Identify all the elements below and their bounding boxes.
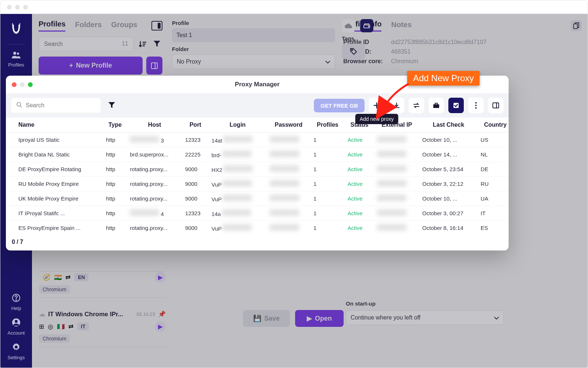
svg-point-5 [15, 320, 18, 323]
save-icon: 💾 [253, 314, 261, 322]
traffic-close[interactable] [7, 5, 12, 10]
cell: Active [345, 206, 374, 221]
svg-rect-19 [493, 103, 499, 108]
traffic-max[interactable] [23, 5, 28, 10]
modal-close[interactable] [12, 82, 17, 87]
startup-select[interactable]: Continue where you left off [346, 310, 504, 325]
proxy-search-input[interactable] [26, 102, 99, 109]
filter-icon[interactable] [105, 99, 118, 112]
cell: DE [478, 162, 509, 177]
tag-input[interactable] [342, 44, 365, 59]
proxy-row[interactable]: Bright Data NL Statichttpbrd.superprox..… [6, 147, 509, 162]
profiles-search-input[interactable] [39, 37, 133, 51]
windows-icon: ⊞ [39, 323, 44, 331]
cell: 1 [311, 191, 345, 206]
cell [374, 133, 419, 147]
cell: 9000 [182, 191, 209, 206]
nav-settings[interactable]: Settings [8, 343, 25, 360]
tab-profiles[interactable]: Profiles [39, 20, 65, 32]
get-free-gb-button[interactable]: GET FREE GB [314, 99, 365, 112]
proxy-row[interactable]: DE ProxyEmpire Rotatinghttprotating.prox… [6, 162, 509, 177]
proxy-row[interactable]: RU Mobile Proxy Empirehttprotating.proxy… [6, 177, 509, 191]
column-header[interactable]: Password [267, 118, 311, 133]
column-header[interactable]: Port [182, 118, 209, 133]
profile-item[interactable]: 🧭 🇮🇳 ⇄ EN ▶ Chromium [39, 271, 166, 298]
tab-groups[interactable]: Groups [111, 21, 137, 31]
profile-label: Profile [172, 20, 335, 26]
add-proxy-button[interactable]: Add new proxy [369, 98, 384, 113]
column-header[interactable]: Type [103, 118, 127, 133]
proxy-row[interactable]: ES ProxyEmpire Spain ...httprotating.pro… [6, 221, 509, 235]
profile-name-field[interactable]: Test 1 [172, 28, 335, 42]
nav-help[interactable]: Help [11, 294, 21, 311]
cell: 4 [127, 206, 182, 221]
copy-icon[interactable] [571, 20, 582, 31]
cell [267, 133, 311, 147]
profile-list-bottom: 🧭 🇮🇳 ⇄ EN ▶ Chromium ☁ IT Windows Chrome… [39, 260, 166, 347]
collapse-icon[interactable] [146, 57, 162, 75]
cell: NL [478, 147, 509, 162]
proxy-row[interactable]: UK Mobile Proxy Empirehttprotating.proxy… [6, 191, 509, 206]
traffic-min[interactable] [15, 5, 20, 10]
filter-icon[interactable] [152, 39, 163, 50]
column-header[interactable]: Name [6, 118, 103, 133]
cell: October 8, 16:14 [419, 221, 478, 235]
titlebar [0, 0, 588, 14]
cell: October 5, 23:54 [419, 162, 478, 177]
modal-min[interactable] [20, 82, 25, 87]
chevron-down-icon [494, 314, 499, 321]
cell: rotating.proxy... [127, 221, 182, 235]
column-header[interactable]: Host [127, 118, 182, 133]
folder-label: Folder [172, 46, 335, 52]
nav-label: Help [11, 306, 21, 311]
search-icon [16, 102, 22, 109]
svg-rect-14 [433, 104, 439, 108]
account-icon [12, 318, 20, 329]
proxy-row[interactable]: IT IProyal Statifc ...http 41232314a1Act… [6, 206, 509, 221]
modal-max[interactable] [28, 82, 33, 87]
cell: 12323 [182, 133, 209, 147]
annotation-arrow [383, 83, 412, 110]
tab-folders[interactable]: Folders [75, 21, 101, 31]
layout-toggle-icon[interactable] [151, 21, 162, 30]
folder-select[interactable]: No Proxy [172, 54, 335, 69]
modal-title: Proxy Manager [235, 81, 280, 88]
layout-button[interactable] [488, 98, 503, 113]
sort-icon[interactable] [137, 39, 148, 50]
browser-chip: Chromium [39, 285, 70, 294]
cell: VuP [209, 191, 267, 206]
svg-point-3 [16, 300, 17, 300]
cell: Active [345, 147, 374, 162]
nav-profiles[interactable]: Profiles [8, 51, 24, 68]
column-header[interactable]: Country [478, 118, 509, 133]
nav-label: Account [8, 330, 25, 336]
proxy-row[interactable]: Iproyal US Statichttp 31232314at1ActiveO… [6, 133, 509, 147]
storage-icon[interactable] [360, 19, 373, 32]
nav-account[interactable]: Account [8, 318, 25, 336]
open-button[interactable]: ▶ Open [295, 310, 344, 327]
cell: October 10, ... [419, 133, 478, 147]
play-button[interactable]: ▶ [155, 272, 166, 283]
proxy-search[interactable] [11, 98, 101, 113]
cloud-icon: ☁ [39, 310, 45, 318]
save-button[interactable]: 💾 Save [243, 310, 290, 327]
play-button[interactable]: ▶ [155, 321, 166, 332]
cell: 3 [127, 133, 182, 147]
cell [267, 191, 311, 206]
cell: rotating.proxy... [127, 177, 182, 191]
profile-item[interactable]: ☁ IT Windows Chrome IPr... 03.10.23 📌 ⊞ … [39, 309, 166, 347]
new-profile-button[interactable]: + New Profile [39, 57, 143, 75]
cell: 22225 [182, 147, 209, 162]
column-header[interactable]: Login [209, 118, 267, 133]
check-button[interactable] [448, 98, 464, 113]
cloud-icon[interactable] [342, 19, 355, 32]
more-button[interactable] [468, 98, 484, 113]
cell: RU Mobile Proxy Empire [6, 177, 103, 191]
cell: http [103, 221, 127, 235]
cell: ES ProxyEmpire Spain ... [6, 221, 103, 235]
tab-notes[interactable]: Notes [391, 21, 412, 31]
briefcase-button[interactable] [429, 98, 444, 113]
column-header[interactable]: Last Check [419, 118, 478, 133]
cell: Active [345, 177, 374, 191]
column-header[interactable]: Profiles [311, 118, 345, 133]
